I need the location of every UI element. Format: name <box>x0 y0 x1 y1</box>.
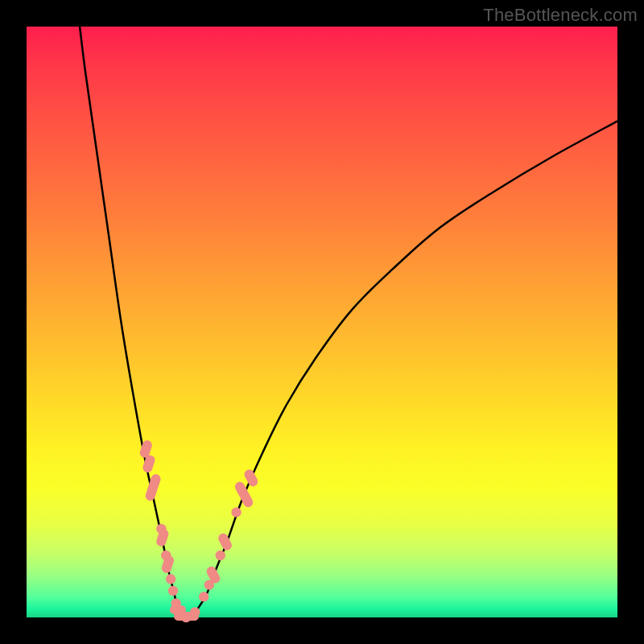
chart-marker <box>217 532 233 552</box>
chart-marker <box>199 592 208 601</box>
curve-right-branch <box>192 121 617 617</box>
chart-marker <box>242 468 259 488</box>
watermark-label: TheBottleneck.com <box>483 5 638 26</box>
chart-svg <box>27 27 617 617</box>
chart-marker <box>166 574 175 584</box>
data-markers <box>138 439 259 622</box>
chart-marker <box>168 586 178 596</box>
chart-marker <box>216 551 225 560</box>
chart-marker <box>231 507 241 517</box>
chart-marker <box>144 473 162 502</box>
chart-frame: TheBottleneck.com <box>0 0 644 644</box>
chart-marker <box>190 607 200 617</box>
